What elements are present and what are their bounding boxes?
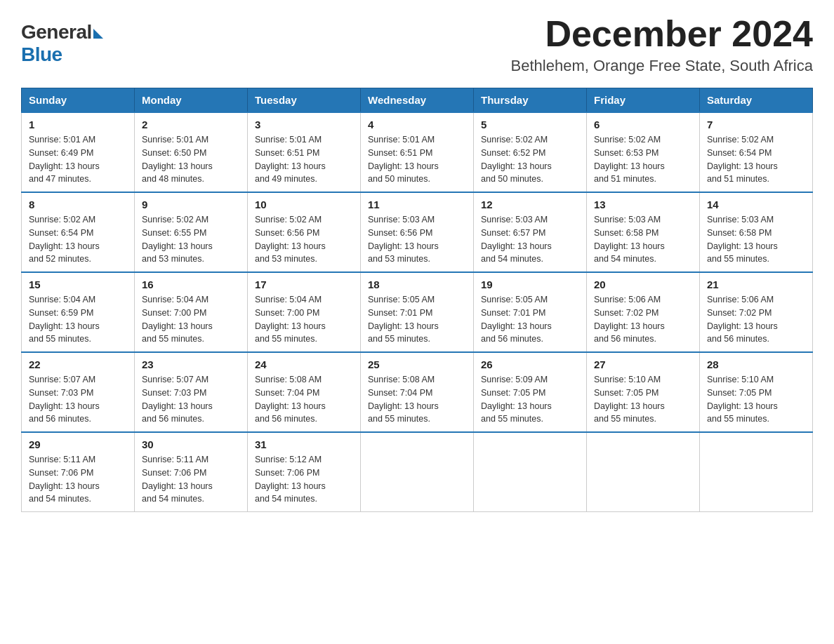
title-area: December 2024 Bethlehem, Orange Free Sta… [511,14,813,75]
calendar-cell: 31Sunrise: 5:12 AMSunset: 7:06 PMDayligh… [248,432,361,512]
calendar-week-row: 29Sunrise: 5:11 AMSunset: 7:06 PMDayligh… [22,432,813,512]
header-cell-tuesday: Tuesday [248,88,361,113]
day-info: Sunrise: 5:03 AMSunset: 6:58 PMDaylight:… [594,213,692,266]
calendar-cell [587,432,700,512]
header-row: SundayMondayTuesdayWednesdayThursdayFrid… [22,88,813,113]
day-info: Sunrise: 5:02 AMSunset: 6:53 PMDaylight:… [594,133,692,186]
calendar-cell: 24Sunrise: 5:08 AMSunset: 7:04 PMDayligh… [248,352,361,432]
day-number: 27 [594,358,692,370]
day-info: Sunrise: 5:11 AMSunset: 7:06 PMDaylight:… [142,453,240,506]
calendar-cell: 20Sunrise: 5:06 AMSunset: 7:02 PMDayligh… [587,272,700,352]
day-number: 3 [255,119,353,130]
day-info: Sunrise: 5:03 AMSunset: 6:56 PMDaylight:… [368,213,466,266]
day-number: 10 [255,199,353,210]
day-number: 26 [481,358,579,370]
calendar-week-row: 22Sunrise: 5:07 AMSunset: 7:03 PMDayligh… [22,352,813,432]
calendar-cell: 3Sunrise: 5:01 AMSunset: 6:51 PMDaylight… [248,112,361,192]
day-info: Sunrise: 5:03 AMSunset: 6:58 PMDaylight:… [707,213,805,266]
calendar-cell: 19Sunrise: 5:05 AMSunset: 7:01 PMDayligh… [474,272,587,352]
day-number: 5 [481,119,579,130]
day-number: 16 [142,279,240,290]
calendar-cell: 22Sunrise: 5:07 AMSunset: 7:03 PMDayligh… [22,352,135,432]
day-info: Sunrise: 5:04 AMSunset: 7:00 PMDaylight:… [142,293,240,346]
day-info: Sunrise: 5:11 AMSunset: 7:06 PMDaylight:… [29,453,127,506]
location-title: Bethlehem, Orange Free State, South Afri… [511,57,813,75]
day-number: 6 [594,119,692,130]
day-number: 14 [707,199,805,210]
day-info: Sunrise: 5:02 AMSunset: 6:55 PMDaylight:… [142,213,240,266]
calendar-cell: 8Sunrise: 5:02 AMSunset: 6:54 PMDaylight… [22,192,135,272]
day-info: Sunrise: 5:10 AMSunset: 7:05 PMDaylight:… [707,373,805,426]
day-info: Sunrise: 5:06 AMSunset: 7:02 PMDaylight:… [707,293,805,346]
calendar-cell: 28Sunrise: 5:10 AMSunset: 7:05 PMDayligh… [700,352,813,432]
day-info: Sunrise: 5:04 AMSunset: 7:00 PMDaylight:… [255,293,353,346]
day-number: 24 [255,358,353,370]
calendar-table: SundayMondayTuesdayWednesdayThursdayFrid… [21,88,813,512]
header-cell-monday: Monday [135,88,248,113]
calendar-cell: 10Sunrise: 5:02 AMSunset: 6:56 PMDayligh… [248,192,361,272]
calendar-cell: 23Sunrise: 5:07 AMSunset: 7:03 PMDayligh… [135,352,248,432]
header-cell-friday: Friday [587,88,700,113]
calendar-body: 1Sunrise: 5:01 AMSunset: 6:49 PMDaylight… [22,112,813,512]
day-info: Sunrise: 5:01 AMSunset: 6:50 PMDaylight:… [142,133,240,186]
day-info: Sunrise: 5:06 AMSunset: 7:02 PMDaylight:… [594,293,692,346]
day-info: Sunrise: 5:08 AMSunset: 7:04 PMDaylight:… [255,373,353,426]
logo: General Blue [21,21,103,66]
day-number: 19 [481,279,579,290]
header: General Blue December 2024 Bethlehem, Or… [21,14,813,75]
calendar-cell [700,432,813,512]
day-info: Sunrise: 5:01 AMSunset: 6:49 PMDaylight:… [29,133,127,186]
day-info: Sunrise: 5:09 AMSunset: 7:05 PMDaylight:… [481,373,579,426]
day-info: Sunrise: 5:02 AMSunset: 6:56 PMDaylight:… [255,213,353,266]
calendar-cell: 1Sunrise: 5:01 AMSunset: 6:49 PMDaylight… [22,112,135,192]
day-number: 7 [707,119,805,130]
day-info: Sunrise: 5:10 AMSunset: 7:05 PMDaylight:… [594,373,692,426]
calendar-week-row: 1Sunrise: 5:01 AMSunset: 6:49 PMDaylight… [22,112,813,192]
calendar-cell: 2Sunrise: 5:01 AMSunset: 6:50 PMDaylight… [135,112,248,192]
calendar-cell: 25Sunrise: 5:08 AMSunset: 7:04 PMDayligh… [361,352,474,432]
day-number: 15 [29,279,127,290]
day-number: 31 [255,438,353,450]
day-number: 11 [368,199,466,210]
calendar-cell: 26Sunrise: 5:09 AMSunset: 7:05 PMDayligh… [474,352,587,432]
calendar-cell: 12Sunrise: 5:03 AMSunset: 6:57 PMDayligh… [474,192,587,272]
day-info: Sunrise: 5:08 AMSunset: 7:04 PMDaylight:… [368,373,466,426]
day-number: 20 [594,279,692,290]
calendar-week-row: 8Sunrise: 5:02 AMSunset: 6:54 PMDaylight… [22,192,813,272]
logo-triangle-icon [93,29,103,39]
day-number: 25 [368,358,466,370]
day-info: Sunrise: 5:01 AMSunset: 6:51 PMDaylight:… [368,133,466,186]
day-number: 9 [142,199,240,210]
calendar-week-row: 15Sunrise: 5:04 AMSunset: 6:59 PMDayligh… [22,272,813,352]
calendar-cell: 7Sunrise: 5:02 AMSunset: 6:54 PMDaylight… [700,112,813,192]
day-number: 13 [594,199,692,210]
day-info: Sunrise: 5:02 AMSunset: 6:54 PMDaylight:… [707,133,805,186]
calendar-cell: 4Sunrise: 5:01 AMSunset: 6:51 PMDaylight… [361,112,474,192]
day-info: Sunrise: 5:07 AMSunset: 7:03 PMDaylight:… [142,373,240,426]
calendar-header: SundayMondayTuesdayWednesdayThursdayFrid… [22,88,813,113]
calendar-cell: 21Sunrise: 5:06 AMSunset: 7:02 PMDayligh… [700,272,813,352]
calendar-cell: 5Sunrise: 5:02 AMSunset: 6:52 PMDaylight… [474,112,587,192]
day-info: Sunrise: 5:05 AMSunset: 7:01 PMDaylight:… [481,293,579,346]
month-title: December 2024 [511,14,813,54]
calendar-cell [361,432,474,512]
day-info: Sunrise: 5:04 AMSunset: 6:59 PMDaylight:… [29,293,127,346]
calendar-cell: 30Sunrise: 5:11 AMSunset: 7:06 PMDayligh… [135,432,248,512]
day-number: 1 [29,119,127,130]
day-number: 8 [29,199,127,210]
calendar-cell: 18Sunrise: 5:05 AMSunset: 7:01 PMDayligh… [361,272,474,352]
day-info: Sunrise: 5:05 AMSunset: 7:01 PMDaylight:… [368,293,466,346]
logo-general: General [21,21,92,43]
day-number: 28 [707,358,805,370]
calendar-cell: 13Sunrise: 5:03 AMSunset: 6:58 PMDayligh… [587,192,700,272]
calendar-cell: 29Sunrise: 5:11 AMSunset: 7:06 PMDayligh… [22,432,135,512]
header-cell-thursday: Thursday [474,88,587,113]
header-cell-wednesday: Wednesday [361,88,474,113]
calendar-cell: 17Sunrise: 5:04 AMSunset: 7:00 PMDayligh… [248,272,361,352]
day-number: 17 [255,279,353,290]
day-number: 21 [707,279,805,290]
day-info: Sunrise: 5:02 AMSunset: 6:52 PMDaylight:… [481,133,579,186]
logo-blue: Blue [21,43,62,65]
day-number: 30 [142,438,240,450]
calendar-cell: 15Sunrise: 5:04 AMSunset: 6:59 PMDayligh… [22,272,135,352]
